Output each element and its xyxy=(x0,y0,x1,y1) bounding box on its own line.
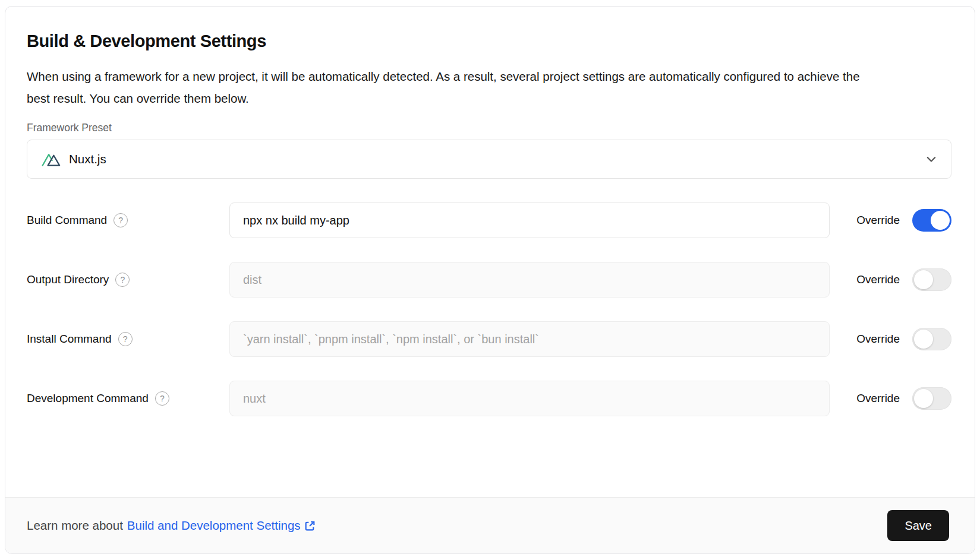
output-directory-help-icon[interactable]: ? xyxy=(115,273,130,287)
settings-rows: Build Command ? Override Output Director… xyxy=(27,203,951,416)
build-command-override-label: Override xyxy=(856,214,900,227)
nuxt-logo-icon xyxy=(41,151,61,167)
output-directory-override-toggle[interactable] xyxy=(912,268,951,291)
settings-description: When using a framework for a new project… xyxy=(27,65,865,109)
install-command-row: Install Command ? Override xyxy=(27,321,951,357)
install-command-label: Install Command xyxy=(27,333,112,346)
output-directory-row: Output Directory ? Override xyxy=(27,262,951,298)
learn-more-prefix: Learn more about xyxy=(27,518,123,533)
install-command-input[interactable] xyxy=(229,321,830,357)
external-link-icon xyxy=(304,520,316,532)
toggle-knob xyxy=(914,389,933,408)
framework-preset-select[interactable]: Nuxt.js xyxy=(27,140,951,179)
install-command-help-icon[interactable]: ? xyxy=(118,332,133,346)
build-dev-settings-card: Build & Development Settings When using … xyxy=(5,6,975,554)
toggle-knob xyxy=(914,270,933,289)
build-command-label: Build Command xyxy=(27,214,107,227)
toggle-knob xyxy=(914,330,933,349)
build-command-row: Build Command ? Override xyxy=(27,203,951,238)
framework-preset-value: Nuxt.js xyxy=(69,152,925,166)
build-command-override-toggle[interactable] xyxy=(912,209,951,232)
framework-preset-label: Framework Preset xyxy=(27,122,951,134)
chevron-down-icon xyxy=(925,153,938,166)
learn-more-text: Learn more about Build and Development S… xyxy=(27,518,316,533)
build-command-input[interactable] xyxy=(229,203,830,238)
install-command-override-label: Override xyxy=(856,333,900,346)
output-directory-label: Output Directory xyxy=(27,273,109,286)
development-command-input[interactable] xyxy=(229,381,830,416)
save-button[interactable]: Save xyxy=(887,510,949,541)
learn-more-link[interactable]: Build and Development Settings xyxy=(127,518,316,533)
development-command-label: Development Command xyxy=(27,392,149,405)
development-command-override-label: Override xyxy=(856,392,900,405)
card-body: Build & Development Settings When using … xyxy=(5,7,975,497)
build-command-help-icon[interactable]: ? xyxy=(114,213,128,227)
output-directory-input[interactable] xyxy=(229,262,830,298)
page-title: Build & Development Settings xyxy=(27,31,951,51)
development-command-override-toggle[interactable] xyxy=(912,387,951,410)
development-command-row: Development Command ? Override xyxy=(27,381,951,416)
toggle-knob xyxy=(931,211,950,230)
output-directory-override-label: Override xyxy=(856,273,900,286)
card-footer: Learn more about Build and Development S… xyxy=(5,497,975,553)
development-command-help-icon[interactable]: ? xyxy=(155,391,169,406)
install-command-override-toggle[interactable] xyxy=(912,328,951,350)
